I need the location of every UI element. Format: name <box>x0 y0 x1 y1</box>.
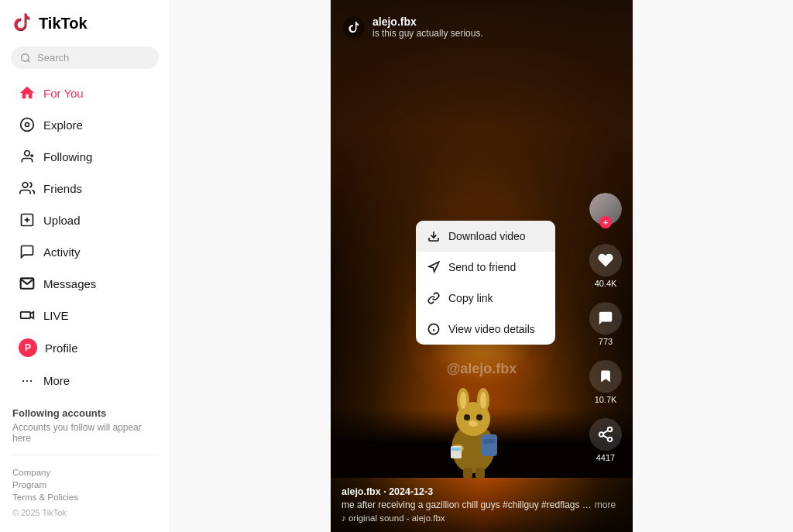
sidebar: TikTok Search For You Explore <box>0 0 170 532</box>
footer-link-company[interactable]: Company <box>12 468 157 477</box>
nav-label-explore: Explore <box>43 118 83 132</box>
upload-icon <box>19 211 36 228</box>
svg-point-36 <box>608 438 613 442</box>
nav-label-more: More <box>43 374 70 387</box>
menu-copy-label: Copy link <box>448 292 493 304</box>
author-name: alejo.fbx <box>372 15 483 28</box>
svg-point-20 <box>469 420 478 427</box>
menu-item-details[interactable]: View video details <box>416 314 555 345</box>
following-subtitle: Accounts you follow will appear here <box>12 422 157 444</box>
main-nav: For You Explore Following <box>0 77 170 396</box>
search-icon <box>20 53 31 63</box>
menu-item-download[interactable]: Download video <box>416 221 555 252</box>
svg-rect-24 <box>475 468 485 479</box>
svg-rect-22 <box>483 439 496 444</box>
tiktok-small-icon <box>343 16 365 38</box>
menu-item-send[interactable]: Send to friend <box>416 252 555 283</box>
search-bar[interactable]: Search <box>11 46 159 69</box>
like-icon <box>589 244 622 276</box>
download-icon <box>427 229 441 243</box>
svg-point-2 <box>26 123 29 127</box>
avatar-action[interactable]: + <box>589 193 622 225</box>
svg-marker-30 <box>429 262 439 272</box>
author-caption: is this guy actually serious. <box>372 28 483 39</box>
context-menu: Download video Send to friend <box>416 221 555 345</box>
footer-link-terms[interactable]: Terms & Policies <box>12 493 157 502</box>
like-button[interactable]: 40.4K <box>589 244 622 288</box>
nav-item-for-you[interactable]: For You <box>6 77 163 108</box>
svg-rect-23 <box>463 468 472 479</box>
nav-item-profile[interactable]: P Profile <box>6 331 163 364</box>
nav-label-activity: Activity <box>43 245 81 259</box>
messages-icon <box>19 275 36 292</box>
friends-icon <box>19 180 36 197</box>
menu-item-copy[interactable]: Copy link <box>416 283 555 314</box>
video-card[interactable]: @alejo.fbx alejo.fbx is this guy actuall… <box>331 0 633 532</box>
svg-line-37 <box>603 435 608 438</box>
footer-links: Company Program Terms & Policies © 2025 … <box>0 463 170 522</box>
nav-item-activity[interactable]: Activity <box>6 236 163 267</box>
nav-item-more[interactable]: ··· More <box>6 365 163 396</box>
menu-send-label: Send to friend <box>448 261 516 273</box>
share-button[interactable]: 4417 <box>589 418 622 462</box>
video-container: @alejo.fbx alejo.fbx is this guy actuall… <box>170 0 793 532</box>
svg-point-6 <box>22 183 28 188</box>
following-title: Following accounts <box>12 407 157 419</box>
nav-label-upload: Upload <box>43 214 81 227</box>
share-count: 4417 <box>596 453 615 462</box>
comment-button[interactable]: 773 <box>589 302 622 346</box>
divider <box>11 455 159 455</box>
character-illustration <box>431 379 516 479</box>
profile-avatar: P <box>19 338 37 357</box>
nav-label-for-you: For You <box>43 87 84 100</box>
comment-count: 773 <box>599 337 613 346</box>
follow-plus-badge: + <box>599 216 612 228</box>
svg-point-35 <box>599 432 604 437</box>
menu-details-label: View video details <box>448 323 535 335</box>
nav-label-live: LIVE <box>43 309 69 322</box>
nav-label-messages: Messages <box>43 277 96 290</box>
svg-line-38 <box>603 431 608 434</box>
info-icon <box>427 322 441 336</box>
send-icon <box>427 260 441 274</box>
logo-area: TikTok <box>0 8 170 43</box>
search-placeholder: Search <box>37 52 69 63</box>
nav-item-following[interactable]: Following <box>6 141 163 172</box>
tiktok-logo-icon <box>12 12 34 34</box>
svg-point-0 <box>22 53 29 60</box>
menu-download-label: Download video <box>448 230 526 242</box>
nav-label-following: Following <box>43 150 92 163</box>
author-info: alejo.fbx is this guy actually serious. <box>372 15 483 39</box>
more-icon: ··· <box>19 372 36 389</box>
svg-point-19 <box>476 414 482 420</box>
nav-item-live[interactable]: LIVE <box>6 300 163 331</box>
logo-text: TikTok <box>39 15 88 33</box>
video-watermark: @alejo.fbx <box>447 361 517 377</box>
author-overlay: alejo.fbx is this guy actually serious. <box>343 15 483 39</box>
nav-item-friends[interactable]: Friends <box>6 173 163 204</box>
right-actions: + 40.4K 773 <box>578 0 633 532</box>
svg-rect-21 <box>482 434 497 456</box>
footer-copyright: © 2025 TikTok <box>12 508 157 517</box>
footer-link-program[interactable]: Program <box>12 480 157 489</box>
nav-label-profile: Profile <box>45 342 78 355</box>
bookmark-icon <box>589 360 622 393</box>
svg-rect-27 <box>451 448 461 451</box>
nav-item-messages[interactable]: Messages <box>6 268 163 299</box>
comment-icon <box>589 302 622 335</box>
home-icon <box>19 84 36 101</box>
like-count: 40.4K <box>595 279 617 288</box>
svg-point-3 <box>25 151 30 156</box>
nav-item-upload[interactable]: Upload <box>6 204 163 235</box>
svg-point-18 <box>464 414 470 420</box>
nav-label-friends: Friends <box>43 182 82 195</box>
main-content: @alejo.fbx alejo.fbx is this guy actuall… <box>170 0 793 532</box>
explore-icon <box>19 116 36 133</box>
bookmark-button[interactable]: 10.7K <box>589 360 622 404</box>
svg-point-16 <box>460 392 466 409</box>
following-section: Following accounts Accounts you follow w… <box>0 396 170 447</box>
copy-link-icon <box>427 291 441 305</box>
svg-point-28 <box>343 16 365 38</box>
nav-item-explore[interactable]: Explore <box>6 109 163 140</box>
following-icon <box>19 148 36 165</box>
